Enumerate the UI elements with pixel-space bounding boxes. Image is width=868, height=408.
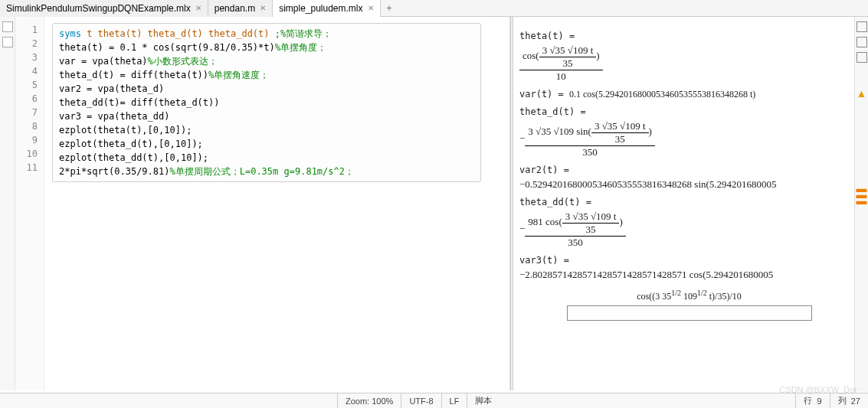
code-text: t theta(t) theta_d(t) theta_dd(t) — [81, 28, 275, 39]
line-number: 10 — [15, 147, 38, 161]
splitter[interactable] — [510, 17, 513, 390]
tab-item-active[interactable]: simple_puludem.mlx✕ — [273, 0, 380, 17]
code-text: ezplot(theta(t),[0,10]); — [59, 125, 192, 135]
code-text: ezplot(theta_dd(t),[0,10]); — [59, 152, 208, 163]
line-number: 2 — [15, 37, 38, 51]
line-number: 9 — [15, 133, 38, 147]
code-cell[interactable]: syms t theta(t) theta_d(t) theta_dd(t) ;… — [52, 23, 481, 182]
output-label: theta_dd(t) = — [519, 197, 859, 207]
line-number: 6 — [15, 92, 38, 106]
editor-pane: 1 2 3 4 5 6 7 8 9 10 11 syms t theta(t) … — [0, 17, 510, 390]
comment: %单摆角速度； — [208, 70, 269, 80]
output-label: theta(t) = — [519, 31, 859, 41]
cursor-col: 列 27 — [830, 393, 868, 408]
line-number: 1 — [15, 23, 38, 37]
math-expr: cos(3 √35 √109 t35)10 — [519, 44, 859, 83]
tab-bar: SimulinkPendulumSwingupDQNExample.mlx✕ p… — [0, 0, 868, 17]
close-icon[interactable]: ✕ — [368, 4, 374, 12]
layout-icon[interactable] — [857, 52, 867, 63]
editor-toolbar — [0, 17, 15, 390]
code-text: theta_dd(t)= diff(theta_d(t)) — [59, 97, 220, 108]
output-pane: theta(t) = cos(3 √35 √109 t35)10 var(t) … — [510, 17, 868, 390]
comment: %单摆角度； — [275, 42, 326, 53]
output-label: var2(t) = — [519, 165, 859, 175]
line-number: 3 — [15, 51, 38, 64]
code-text: 2*pi*sqrt(0.35/9.81) — [59, 166, 170, 177]
zoom-status[interactable]: Zoom: 100% — [337, 393, 401, 408]
cursor-row: 行 9 — [795, 393, 829, 408]
filetype-status: 脚本 — [467, 393, 500, 408]
section-marker-icon[interactable]: ▬▬▬ — [857, 185, 867, 204]
math-expr: −2.8028571428571428571428571428571 cos(5… — [519, 269, 859, 281]
plot-area — [567, 305, 812, 321]
tab-label: simple_puludem.mlx — [279, 3, 362, 14]
code-text: ezplot(theta_d(t),[0,10]); — [59, 139, 203, 149]
output-label: theta_d(t) = — [519, 106, 859, 117]
tool-button[interactable] — [2, 21, 13, 32]
code-text: var = vpa(theta) — [59, 56, 148, 67]
layout-icon[interactable] — [857, 37, 867, 47]
encoding-status[interactable]: UTF-8 — [401, 393, 441, 408]
tab-label: SimulinkPendulumSwingupDQNExample.mlx — [6, 3, 191, 14]
line-number: 4 — [15, 64, 38, 78]
output-label: var(t) = 0.1 cos(5.294201680005346053555… — [519, 89, 859, 100]
line-number: 11 — [15, 161, 38, 175]
watermark: CSDN @BXXW_Dor — [779, 385, 857, 394]
line-gutter: 1 2 3 4 5 6 7 8 9 10 11 — [15, 17, 44, 390]
tab-label: pendan.m — [215, 3, 255, 14]
line-number: 7 — [15, 106, 38, 119]
math-expr: −0.52942016800053460535553816348268 sin(… — [519, 178, 859, 191]
close-icon[interactable]: ✕ — [260, 4, 266, 12]
code-text: var2 = vpa(theta_d) — [59, 83, 164, 94]
code-text: theta_d(t) = diff(theta(t)) — [59, 70, 208, 80]
tab-item[interactable]: pendan.m✕ — [208, 0, 273, 17]
line-number: 8 — [15, 119, 38, 133]
keyword: syms — [59, 28, 81, 39]
tool-button[interactable] — [2, 37, 13, 47]
math-expr: −981 cos(3 √35 √109 t35)350 — [519, 211, 859, 249]
right-toolbar: ▲ ▬▬▬ — [854, 17, 868, 392]
code-text: theta(t) = 0.1 * cos(sqrt(9.81/0.35)*t) — [59, 42, 275, 53]
warning-icon[interactable]: ▲ — [857, 87, 867, 100]
status-bar: Zoom: 100% UTF-8 LF 脚本 行 9 列 27 — [0, 393, 868, 408]
comment: %小数形式表达； — [148, 56, 218, 67]
comment: %单摆周期公式；L=0.35m g=9.81m/s^2； — [170, 166, 355, 177]
tab-item[interactable]: SimulinkPendulumSwingupDQNExample.mlx✕ — [0, 0, 208, 17]
add-tab-button[interactable]: ＋ — [381, 2, 398, 15]
plot-title: cos((3 351/2 1091/2 t)/35)/10 — [519, 289, 859, 302]
line-number: 5 — [15, 78, 38, 92]
code-text: var3 = vpa(theta_dd) — [59, 111, 170, 122]
comment: ;%简谐求导； — [275, 28, 332, 39]
output-label: var3(t) = — [519, 255, 859, 266]
math-expr: −3 √35 √109 sin(3 √35 √109 t35)350 — [519, 120, 859, 158]
code-area[interactable]: syms t theta(t) theta_d(t) theta_dd(t) ;… — [44, 17, 509, 390]
close-icon[interactable]: ✕ — [195, 4, 201, 12]
layout-icon[interactable] — [857, 21, 867, 32]
eol-status[interactable]: LF — [441, 393, 467, 408]
